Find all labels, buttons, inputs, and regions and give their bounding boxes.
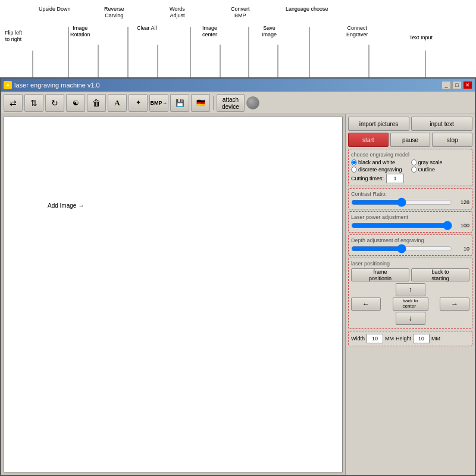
input-text-button[interactable]: input text	[411, 117, 472, 131]
positioning-buttons-row: frame positionin back to starting	[351, 268, 469, 281]
label-language-choose: Language choose	[286, 6, 328, 12]
start-button[interactable]: start	[348, 133, 389, 147]
back-to-starting-button[interactable]: back to starting	[411, 268, 469, 281]
clear-all-button[interactable]: 🗑	[87, 94, 106, 112]
right-panel: import pictures input text start pause s…	[345, 114, 475, 475]
title-bar-buttons: _ □ ✕	[441, 81, 472, 89]
contrast-value: 128	[455, 199, 469, 205]
toolbar-separator	[213, 96, 214, 110]
depth-label: Depth adjustment of engraving	[351, 237, 469, 243]
canvas-area	[1, 114, 345, 475]
cutting-times-row: Cutting times:	[351, 174, 469, 183]
contrast-slider[interactable]	[351, 198, 452, 206]
canvas[interactable]	[4, 117, 343, 472]
laser-power-slider[interactable]	[351, 221, 452, 230]
contrast-row: 128	[351, 198, 469, 206]
resize-section: Width MM Height MM	[348, 331, 472, 346]
width-input[interactable]	[367, 334, 383, 343]
convert-bmp-button[interactable]: BMP→	[149, 94, 168, 112]
annotation-area: Flip left to right Upside Down Image Rot…	[0, 0, 476, 77]
down-button[interactable]: ↓	[396, 312, 425, 325]
language-choose-button[interactable]: 🇩🇪	[191, 94, 210, 112]
label-image-center: Image center	[202, 25, 217, 38]
import-pictures-button[interactable]: import pictures	[348, 117, 409, 131]
laser-power-row: 100	[351, 221, 469, 230]
label-convert-bmp: Convert BMP	[231, 6, 250, 19]
depth-row: 10	[351, 245, 469, 253]
height-label: Height	[396, 336, 411, 342]
radio-black-white[interactable]: black and white	[351, 159, 410, 165]
cutting-times-input[interactable]	[386, 174, 404, 183]
down-row: ↓	[351, 312, 469, 325]
label-upside-down: Upside Down	[39, 6, 71, 12]
engraving-model-section: choose engraving model black and white g…	[348, 149, 472, 186]
save-image-button[interactable]: 💾	[170, 94, 189, 112]
minimize-button[interactable]: _	[441, 81, 451, 89]
laser-positioning-section: laser positioning frame positionin back …	[348, 258, 472, 329]
contrast-label: Contrast Ratio:	[351, 191, 469, 197]
radio-gray-scale[interactable]: gray scale	[411, 159, 470, 165]
maximize-button[interactable]: □	[452, 81, 462, 89]
title-bar-left: ✦ laser engraving machine v1.0	[4, 81, 100, 89]
label-reverse-carving: Reverse Carving	[104, 6, 124, 19]
close-button[interactable]: ✕	[463, 81, 472, 89]
resize-row: Width MM Height MM	[351, 334, 469, 343]
label-text-input: Text Input	[409, 35, 433, 41]
laser-positioning-title: laser positioning	[351, 261, 469, 267]
frame-positionin-button[interactable]: frame positionin	[351, 268, 409, 281]
toolbar: ⇄ ⇅ ↻ ☯ 🗑 A ✦ BMP→ 💾 🇩🇪 attach device	[1, 92, 475, 114]
height-unit: MM	[431, 336, 440, 342]
label-image-rotation: Image Rotation	[70, 25, 90, 38]
start-row: start pause stop	[348, 133, 472, 147]
height-input[interactable]	[413, 334, 430, 343]
laser-power-label: Laser power adjustment	[351, 214, 469, 220]
label-connect-engraver: Connect Engraver	[346, 25, 368, 38]
laser-power-value: 100	[455, 223, 469, 228]
app-icon: ✦	[4, 81, 12, 89]
label-flip-left-right: Flip left to right	[5, 30, 22, 43]
attach-device-button[interactable]: attach device	[217, 94, 245, 112]
up-row: ↑	[351, 283, 469, 296]
up-button[interactable]: ↑	[396, 283, 425, 296]
image-rotation-button[interactable]: ↻	[45, 94, 64, 112]
laser-power-section: Laser power adjustment 100	[348, 211, 472, 233]
depth-slider[interactable]	[351, 245, 452, 253]
words-adjust-button[interactable]: A	[108, 94, 127, 112]
label-words-adjust: Words Adjust	[170, 6, 185, 19]
width-unit: MM	[385, 336, 394, 342]
label-clear-all: Clear All	[137, 25, 157, 32]
main-content: import pictures input text start pause s…	[1, 114, 475, 475]
depth-value: 10	[455, 246, 469, 252]
width-label: Width	[351, 336, 365, 342]
upside-down-button[interactable]: ⇅	[24, 94, 43, 112]
image-center-button[interactable]: ✦	[129, 94, 148, 112]
left-button[interactable]: ←	[351, 298, 381, 311]
title-bar: ✦ laser engraving machine v1.0 _ □ ✕	[1, 79, 475, 92]
pause-button[interactable]: pause	[390, 133, 431, 147]
engraving-model-title: choose engraving model	[351, 152, 469, 158]
back-to-center-button[interactable]: back to center	[393, 298, 428, 311]
main-window: ✦ laser engraving machine v1.0 _ □ ✕ ⇄ ⇅…	[0, 77, 476, 476]
app-title: laser engraving machine v1.0	[14, 82, 100, 89]
middle-nav-row: ← back to center →	[351, 298, 469, 311]
label-save-image: Save Image	[262, 25, 277, 38]
engraving-model-options: black and white gray scale discrete engr…	[351, 159, 469, 173]
radio-outline[interactable]: Outline	[411, 167, 470, 173]
stop-button[interactable]: stop	[432, 133, 472, 147]
reverse-carving-button[interactable]: ☯	[66, 94, 85, 112]
add-image-row: import pictures input text	[348, 117, 472, 131]
flip-left-right-button[interactable]: ⇄	[4, 94, 23, 112]
right-button[interactable]: →	[440, 298, 469, 311]
radio-discrete-engraving[interactable]: discrete engraving	[351, 167, 410, 173]
cutting-times-label: Cutting times:	[351, 176, 384, 181]
contrast-section: Contrast Ratio: 128	[348, 188, 472, 209]
depth-section: Depth adjustment of engraving 10	[348, 234, 472, 256]
connect-engraver-indicator	[246, 96, 259, 109]
